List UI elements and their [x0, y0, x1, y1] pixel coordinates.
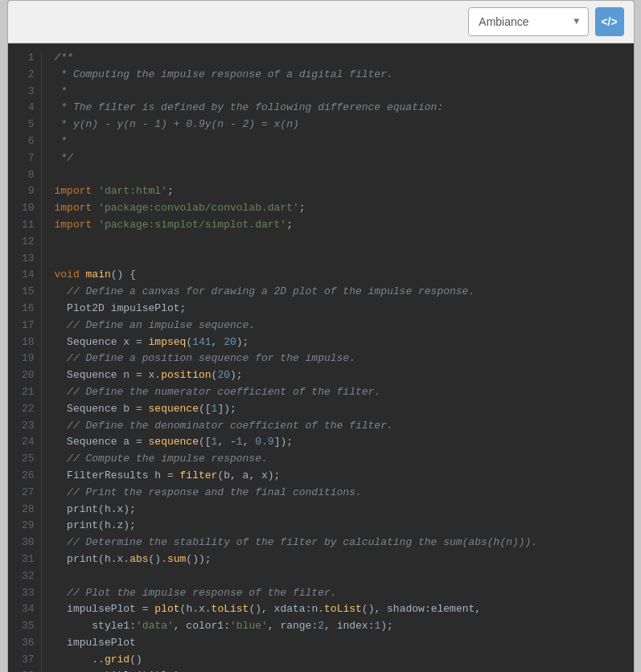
chevron-down-icon: ▼ [565, 11, 587, 32]
toolbar: AmbianceDefaultMonokaiGitHub ▼ </> [8, 1, 634, 43]
editor-container: AmbianceDefaultMonokaiGitHub ▼ </> 12345… [7, 0, 635, 672]
code-editor[interactable]: 12345 678910 1112131415 1617181920 21222… [8, 43, 634, 672]
code-text[interactable]: /** * Computing the impulse response of … [42, 50, 634, 672]
code-icon: </> [601, 15, 617, 28]
theme-selector[interactable]: AmbianceDefaultMonokaiGitHub ▼ [468, 7, 588, 36]
theme-dropdown[interactable]: AmbianceDefaultMonokaiGitHub [469, 10, 565, 33]
line-numbers: 12345 678910 1112131415 1617181920 21222… [8, 50, 42, 672]
code-toggle-button[interactable]: </> [595, 7, 624, 36]
